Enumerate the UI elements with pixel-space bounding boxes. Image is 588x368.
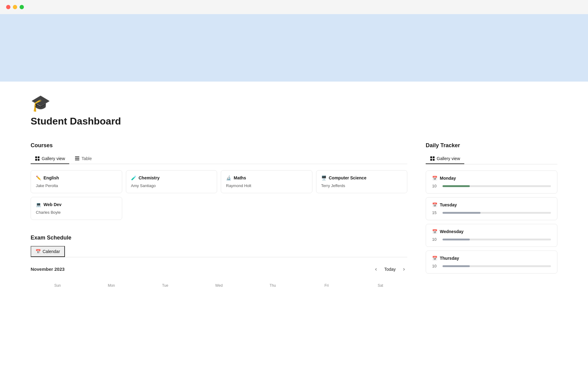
daily-tracker-section: Daily Tracker Gallery view 📅 Monday bbox=[426, 142, 557, 290]
wednesday-progress-bg bbox=[443, 239, 551, 240]
main-content: 🎓 Student Dashboard Courses Gallery view bbox=[0, 82, 588, 309]
svg-rect-7 bbox=[430, 156, 432, 158]
two-col-layout: Courses Gallery view bbox=[31, 142, 557, 290]
monday-progress-bg bbox=[443, 185, 551, 187]
exam-title: Exam Schedule bbox=[31, 235, 407, 241]
svg-rect-8 bbox=[433, 156, 435, 158]
traffic-lights bbox=[0, 0, 588, 14]
svg-rect-2 bbox=[35, 159, 37, 161]
course-card-webdev[interactable]: 💻 Web Dev Charles Boyle bbox=[31, 197, 122, 220]
day-mon: Mon bbox=[85, 281, 138, 290]
courses-title: Courses bbox=[31, 142, 407, 149]
day-wed: Wed bbox=[192, 281, 246, 290]
courses-view-tabs: Gallery view Table bbox=[31, 154, 407, 164]
monday-progress-fill bbox=[443, 185, 470, 187]
chemistry-teacher: Amy Santiago bbox=[131, 183, 212, 188]
english-icon: ✏️ bbox=[36, 175, 41, 180]
graduation-icon: 🎓 bbox=[31, 94, 557, 113]
day-tue: Tue bbox=[138, 281, 192, 290]
calendar-monday-icon: 📅 bbox=[432, 176, 437, 181]
hero-banner bbox=[0, 14, 588, 82]
tracker-cards-list: 📅 Monday 10 📅 Tuesday bbox=[426, 171, 557, 274]
english-teacher: Jake Perolta bbox=[36, 183, 117, 188]
course-card-maths[interactable]: 🔬 Maths Raymond Holt bbox=[221, 170, 312, 193]
gallery-view-tab[interactable]: Gallery view bbox=[31, 154, 69, 164]
day-sun: Sun bbox=[31, 281, 85, 290]
course-card-cs[interactable]: 🖥️ Computer Science Terry Jefferds bbox=[316, 170, 408, 193]
page-header: 🎓 Student Dashboard bbox=[31, 82, 557, 142]
today-button[interactable]: Today bbox=[384, 267, 396, 272]
calendar-tabs: 📅 Calendar bbox=[31, 246, 407, 257]
svg-rect-4 bbox=[75, 156, 79, 157]
calendar-thursday-icon: 📅 bbox=[432, 256, 437, 261]
svg-rect-6 bbox=[75, 159, 79, 160]
svg-rect-10 bbox=[433, 159, 435, 161]
exam-section: Exam Schedule 📅 Calendar November 2023 ‹… bbox=[31, 235, 407, 290]
calendar-wednesday-icon: 📅 bbox=[432, 229, 437, 234]
tracker-card-wednesday[interactable]: 📅 Wednesday 10 bbox=[426, 224, 557, 247]
webdev-teacher: Charles Boyle bbox=[36, 210, 117, 215]
minimize-button[interactable] bbox=[13, 5, 17, 9]
day-fri: Fri bbox=[300, 281, 354, 290]
day-sat: Sat bbox=[353, 281, 407, 290]
tracker-gallery-icon bbox=[430, 156, 435, 161]
thursday-progress-bg bbox=[443, 265, 551, 267]
svg-rect-3 bbox=[38, 159, 40, 161]
calendar-tab-icon: 📅 bbox=[36, 249, 41, 254]
courses-row-1: ✏️ English Jake Perolta 🧪 Chemistry Amy … bbox=[31, 170, 407, 193]
tracker-card-monday[interactable]: 📅 Monday 10 bbox=[426, 171, 557, 194]
monday-count: 10 bbox=[432, 184, 439, 188]
thursday-count: 10 bbox=[432, 264, 439, 268]
next-month-button[interactable]: › bbox=[401, 265, 407, 274]
webdev-icon: 💻 bbox=[36, 202, 41, 207]
tracker-tabs: Gallery view bbox=[426, 154, 557, 164]
calendar-header: November 2023 ‹ Today › bbox=[31, 262, 407, 276]
tuesday-progress-bg bbox=[443, 212, 551, 214]
course-card-chemistry[interactable]: 🧪 Chemistry Amy Santiago bbox=[126, 170, 217, 193]
close-button[interactable] bbox=[6, 5, 10, 9]
courses-row-2: 💻 Web Dev Charles Boyle bbox=[31, 197, 407, 220]
tracker-card-thursday[interactable]: 📅 Thursday 10 bbox=[426, 251, 557, 274]
tracker-card-tuesday[interactable]: 📅 Tuesday 15 bbox=[426, 197, 557, 220]
maximize-button[interactable] bbox=[20, 5, 24, 9]
prev-month-button[interactable]: ‹ bbox=[373, 265, 379, 274]
gallery-icon bbox=[35, 156, 40, 161]
chemistry-icon: 🧪 bbox=[131, 175, 136, 180]
tracker-title: Daily Tracker bbox=[426, 142, 557, 149]
tuesday-progress-fill bbox=[443, 212, 481, 214]
calendar-tuesday-icon: 📅 bbox=[432, 202, 437, 207]
maths-icon: 🔬 bbox=[226, 175, 231, 180]
left-column: Courses Gallery view bbox=[31, 142, 407, 290]
calendar-month: November 2023 bbox=[31, 266, 65, 272]
table-icon bbox=[75, 156, 80, 161]
tracker-gallery-tab[interactable]: Gallery view bbox=[426, 154, 464, 164]
svg-rect-0 bbox=[35, 156, 37, 158]
maths-teacher: Raymond Holt bbox=[226, 183, 307, 188]
tuesday-count: 15 bbox=[432, 210, 439, 215]
calendar-nav: ‹ Today › bbox=[373, 265, 407, 274]
cs-teacher: Terry Jefferds bbox=[321, 183, 402, 188]
page-title: Student Dashboard bbox=[31, 116, 557, 127]
svg-rect-1 bbox=[38, 156, 40, 158]
svg-rect-5 bbox=[75, 158, 79, 159]
course-card-english[interactable]: ✏️ English Jake Perolta bbox=[31, 170, 122, 193]
calendar-tab[interactable]: 📅 Calendar bbox=[31, 246, 65, 257]
calendar-days-header: Sun Mon Tue Wed Thu Fri Sat bbox=[31, 281, 407, 290]
svg-rect-9 bbox=[430, 159, 432, 161]
wednesday-count: 10 bbox=[432, 237, 439, 242]
courses-section: Courses Gallery view bbox=[31, 142, 407, 220]
table-view-tab[interactable]: Table bbox=[70, 154, 96, 164]
day-thu: Thu bbox=[246, 281, 300, 290]
wednesday-progress-fill bbox=[443, 239, 470, 240]
thursday-progress-fill bbox=[443, 265, 470, 267]
cs-icon: 🖥️ bbox=[321, 175, 326, 180]
